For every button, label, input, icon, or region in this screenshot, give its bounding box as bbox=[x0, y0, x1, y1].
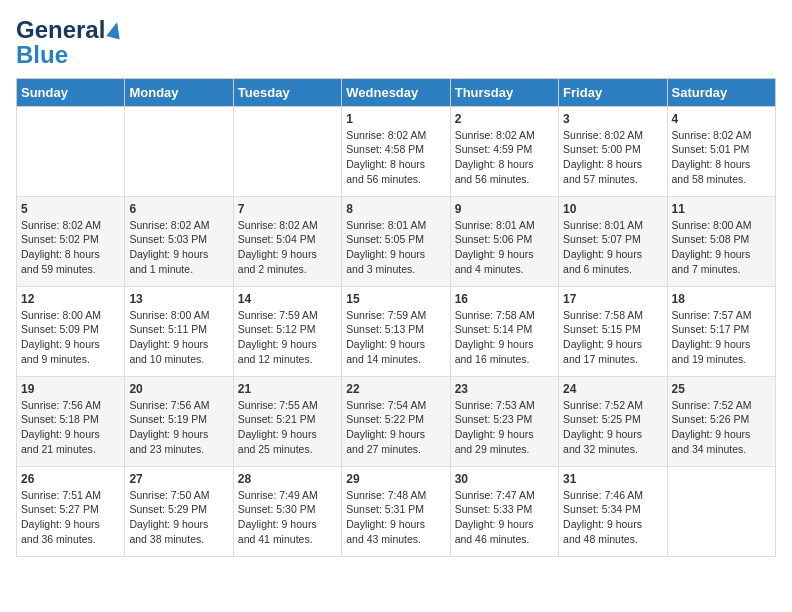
calendar-cell: 1Sunrise: 8:02 AM Sunset: 4:58 PM Daylig… bbox=[342, 106, 450, 196]
day-info: Sunrise: 8:02 AM Sunset: 5:02 PM Dayligh… bbox=[21, 218, 120, 277]
col-header-tuesday: Tuesday bbox=[233, 78, 341, 106]
day-number: 7 bbox=[238, 202, 337, 216]
day-info: Sunrise: 7:48 AM Sunset: 5:31 PM Dayligh… bbox=[346, 488, 445, 547]
day-number: 8 bbox=[346, 202, 445, 216]
day-number: 13 bbox=[129, 292, 228, 306]
calendar-cell: 16Sunrise: 7:58 AM Sunset: 5:14 PM Dayli… bbox=[450, 286, 558, 376]
day-info: Sunrise: 7:52 AM Sunset: 5:26 PM Dayligh… bbox=[672, 398, 771, 457]
day-info: Sunrise: 7:59 AM Sunset: 5:13 PM Dayligh… bbox=[346, 308, 445, 367]
day-number: 12 bbox=[21, 292, 120, 306]
calendar-cell bbox=[233, 106, 341, 196]
day-number: 22 bbox=[346, 382, 445, 396]
calendar-cell: 12Sunrise: 8:00 AM Sunset: 5:09 PM Dayli… bbox=[17, 286, 125, 376]
day-number: 25 bbox=[672, 382, 771, 396]
day-info: Sunrise: 8:00 AM Sunset: 5:09 PM Dayligh… bbox=[21, 308, 120, 367]
col-header-sunday: Sunday bbox=[17, 78, 125, 106]
calendar-cell: 30Sunrise: 7:47 AM Sunset: 5:33 PM Dayli… bbox=[450, 466, 558, 556]
page-header: General Blue bbox=[16, 16, 776, 66]
calendar-cell: 3Sunrise: 8:02 AM Sunset: 5:00 PM Daylig… bbox=[559, 106, 667, 196]
day-number: 23 bbox=[455, 382, 554, 396]
logo-triangle-icon bbox=[107, 20, 125, 39]
week-row-1: 1Sunrise: 8:02 AM Sunset: 4:58 PM Daylig… bbox=[17, 106, 776, 196]
day-number: 15 bbox=[346, 292, 445, 306]
calendar-cell: 26Sunrise: 7:51 AM Sunset: 5:27 PM Dayli… bbox=[17, 466, 125, 556]
calendar-cell: 22Sunrise: 7:54 AM Sunset: 5:22 PM Dayli… bbox=[342, 376, 450, 466]
day-info: Sunrise: 8:00 AM Sunset: 5:11 PM Dayligh… bbox=[129, 308, 228, 367]
col-header-saturday: Saturday bbox=[667, 78, 775, 106]
calendar-cell: 15Sunrise: 7:59 AM Sunset: 5:13 PM Dayli… bbox=[342, 286, 450, 376]
week-row-4: 19Sunrise: 7:56 AM Sunset: 5:18 PM Dayli… bbox=[17, 376, 776, 466]
day-number: 29 bbox=[346, 472, 445, 486]
day-info: Sunrise: 7:50 AM Sunset: 5:29 PM Dayligh… bbox=[129, 488, 228, 547]
week-row-3: 12Sunrise: 8:00 AM Sunset: 5:09 PM Dayli… bbox=[17, 286, 776, 376]
calendar-cell: 21Sunrise: 7:55 AM Sunset: 5:21 PM Dayli… bbox=[233, 376, 341, 466]
day-number: 6 bbox=[129, 202, 228, 216]
day-info: Sunrise: 8:02 AM Sunset: 5:00 PM Dayligh… bbox=[563, 128, 662, 187]
day-number: 2 bbox=[455, 112, 554, 126]
day-info: Sunrise: 7:52 AM Sunset: 5:25 PM Dayligh… bbox=[563, 398, 662, 457]
calendar-cell: 27Sunrise: 7:50 AM Sunset: 5:29 PM Dayli… bbox=[125, 466, 233, 556]
day-number: 16 bbox=[455, 292, 554, 306]
day-info: Sunrise: 8:02 AM Sunset: 4:59 PM Dayligh… bbox=[455, 128, 554, 187]
logo: General Blue bbox=[16, 16, 122, 66]
day-info: Sunrise: 7:46 AM Sunset: 5:34 PM Dayligh… bbox=[563, 488, 662, 547]
day-number: 28 bbox=[238, 472, 337, 486]
day-info: Sunrise: 7:57 AM Sunset: 5:17 PM Dayligh… bbox=[672, 308, 771, 367]
calendar-cell: 11Sunrise: 8:00 AM Sunset: 5:08 PM Dayli… bbox=[667, 196, 775, 286]
calendar-cell: 23Sunrise: 7:53 AM Sunset: 5:23 PM Dayli… bbox=[450, 376, 558, 466]
day-number: 31 bbox=[563, 472, 662, 486]
calendar-cell: 25Sunrise: 7:52 AM Sunset: 5:26 PM Dayli… bbox=[667, 376, 775, 466]
calendar-cell: 18Sunrise: 7:57 AM Sunset: 5:17 PM Dayli… bbox=[667, 286, 775, 376]
day-info: Sunrise: 8:01 AM Sunset: 5:06 PM Dayligh… bbox=[455, 218, 554, 277]
day-info: Sunrise: 8:00 AM Sunset: 5:08 PM Dayligh… bbox=[672, 218, 771, 277]
day-number: 14 bbox=[238, 292, 337, 306]
day-info: Sunrise: 8:02 AM Sunset: 4:58 PM Dayligh… bbox=[346, 128, 445, 187]
col-header-monday: Monday bbox=[125, 78, 233, 106]
day-number: 20 bbox=[129, 382, 228, 396]
day-info: Sunrise: 8:02 AM Sunset: 5:01 PM Dayligh… bbox=[672, 128, 771, 187]
day-number: 5 bbox=[21, 202, 120, 216]
day-number: 3 bbox=[563, 112, 662, 126]
col-header-wednesday: Wednesday bbox=[342, 78, 450, 106]
day-number: 26 bbox=[21, 472, 120, 486]
day-number: 30 bbox=[455, 472, 554, 486]
calendar-cell: 14Sunrise: 7:59 AM Sunset: 5:12 PM Dayli… bbox=[233, 286, 341, 376]
calendar-cell: 9Sunrise: 8:01 AM Sunset: 5:06 PM Daylig… bbox=[450, 196, 558, 286]
day-number: 11 bbox=[672, 202, 771, 216]
day-number: 18 bbox=[672, 292, 771, 306]
calendar-cell: 6Sunrise: 8:02 AM Sunset: 5:03 PM Daylig… bbox=[125, 196, 233, 286]
day-info: Sunrise: 7:49 AM Sunset: 5:30 PM Dayligh… bbox=[238, 488, 337, 547]
logo-blue: Blue bbox=[16, 44, 68, 66]
day-info: Sunrise: 7:58 AM Sunset: 5:15 PM Dayligh… bbox=[563, 308, 662, 367]
day-number: 24 bbox=[563, 382, 662, 396]
day-info: Sunrise: 7:58 AM Sunset: 5:14 PM Dayligh… bbox=[455, 308, 554, 367]
day-number: 17 bbox=[563, 292, 662, 306]
calendar-cell: 24Sunrise: 7:52 AM Sunset: 5:25 PM Dayli… bbox=[559, 376, 667, 466]
day-info: Sunrise: 7:47 AM Sunset: 5:33 PM Dayligh… bbox=[455, 488, 554, 547]
calendar-cell: 29Sunrise: 7:48 AM Sunset: 5:31 PM Dayli… bbox=[342, 466, 450, 556]
calendar-cell: 17Sunrise: 7:58 AM Sunset: 5:15 PM Dayli… bbox=[559, 286, 667, 376]
calendar-cell bbox=[125, 106, 233, 196]
day-info: Sunrise: 8:02 AM Sunset: 5:03 PM Dayligh… bbox=[129, 218, 228, 277]
calendar-cell: 7Sunrise: 8:02 AM Sunset: 5:04 PM Daylig… bbox=[233, 196, 341, 286]
calendar-cell: 2Sunrise: 8:02 AM Sunset: 4:59 PM Daylig… bbox=[450, 106, 558, 196]
day-info: Sunrise: 7:54 AM Sunset: 5:22 PM Dayligh… bbox=[346, 398, 445, 457]
day-number: 27 bbox=[129, 472, 228, 486]
calendar-cell: 10Sunrise: 8:01 AM Sunset: 5:07 PM Dayli… bbox=[559, 196, 667, 286]
week-row-5: 26Sunrise: 7:51 AM Sunset: 5:27 PM Dayli… bbox=[17, 466, 776, 556]
day-number: 19 bbox=[21, 382, 120, 396]
day-info: Sunrise: 8:01 AM Sunset: 5:07 PM Dayligh… bbox=[563, 218, 662, 277]
day-info: Sunrise: 7:56 AM Sunset: 5:18 PM Dayligh… bbox=[21, 398, 120, 457]
day-info: Sunrise: 7:55 AM Sunset: 5:21 PM Dayligh… bbox=[238, 398, 337, 457]
calendar-cell: 4Sunrise: 8:02 AM Sunset: 5:01 PM Daylig… bbox=[667, 106, 775, 196]
day-info: Sunrise: 8:01 AM Sunset: 5:05 PM Dayligh… bbox=[346, 218, 445, 277]
calendar-cell: 19Sunrise: 7:56 AM Sunset: 5:18 PM Dayli… bbox=[17, 376, 125, 466]
day-number: 1 bbox=[346, 112, 445, 126]
calendar-cell bbox=[17, 106, 125, 196]
calendar-cell: 13Sunrise: 8:00 AM Sunset: 5:11 PM Dayli… bbox=[125, 286, 233, 376]
col-header-friday: Friday bbox=[559, 78, 667, 106]
calendar-cell: 5Sunrise: 8:02 AM Sunset: 5:02 PM Daylig… bbox=[17, 196, 125, 286]
week-row-2: 5Sunrise: 8:02 AM Sunset: 5:02 PM Daylig… bbox=[17, 196, 776, 286]
logo-general: General bbox=[16, 16, 105, 44]
day-info: Sunrise: 8:02 AM Sunset: 5:04 PM Dayligh… bbox=[238, 218, 337, 277]
